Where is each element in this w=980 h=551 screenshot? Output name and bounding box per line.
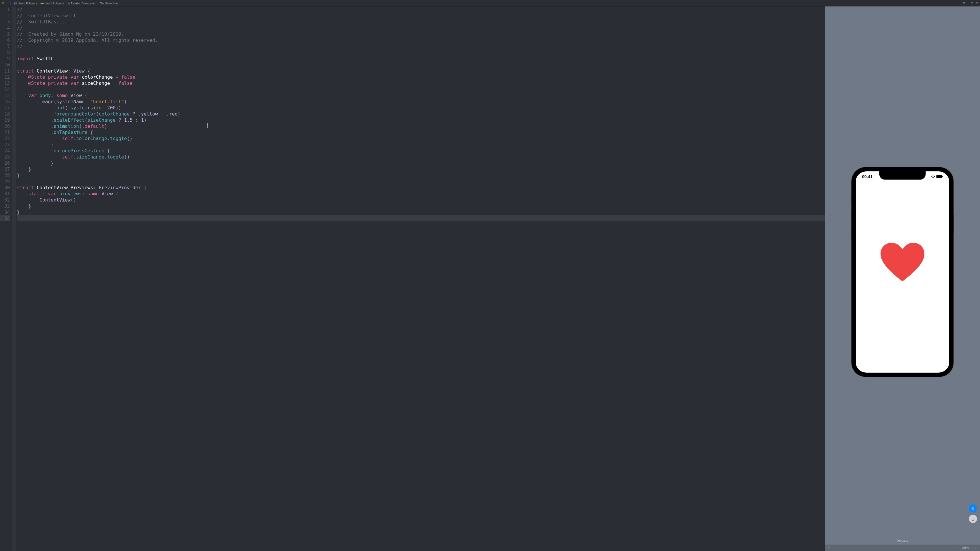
- code-line[interactable]: import SwiftUI: [17, 56, 825, 62]
- code-line[interactable]: [17, 86, 825, 92]
- line-number: 34: [0, 209, 10, 215]
- code-line[interactable]: //: [17, 25, 825, 31]
- line-number: 10: [0, 62, 10, 68]
- heart-icon[interactable]: [881, 242, 924, 290]
- breadcrumb-sep-icon: ›: [97, 2, 99, 5]
- code-line[interactable]: }: [17, 172, 825, 178]
- related-items-icon[interactable]: ⊞: [2, 1, 5, 5]
- line-number: 8: [0, 49, 10, 56]
- phone-power-button: [953, 214, 954, 233]
- breadcrumb-item-selection[interactable]: No Selection: [100, 2, 118, 5]
- phone-volume-down: [851, 226, 851, 239]
- status-time: 09:41: [862, 174, 873, 179]
- code-line[interactable]: }: [17, 160, 825, 166]
- line-number: 31: [0, 191, 10, 197]
- code-line[interactable]: }: [17, 166, 825, 172]
- add-editor-icon[interactable]: ⊞: [975, 1, 978, 5]
- code-line[interactable]: }: [17, 203, 825, 209]
- nav-back-icon[interactable]: ‹: [6, 1, 8, 5]
- line-number: 24: [0, 148, 10, 154]
- code-line[interactable]: ContentView(): [17, 197, 825, 203]
- code-line[interactable]: [17, 178, 825, 184]
- line-number: 16: [0, 98, 10, 105]
- code-line[interactable]: .animation(.default): [17, 123, 825, 129]
- code-line[interactable]: }: [17, 141, 825, 148]
- code-line[interactable]: [17, 49, 825, 56]
- line-number: 11: [0, 68, 10, 74]
- line-number: 17: [0, 105, 10, 111]
- zoom-in-icon[interactable]: +: [975, 545, 977, 550]
- code-editor[interactable]: 1234567891011121314151617181920212223242…: [0, 6, 825, 551]
- code-line[interactable]: // SwiftUIBasics: [17, 19, 825, 25]
- breadcrumb-sep-icon: ›: [65, 2, 67, 5]
- code-line[interactable]: // Copyright © 2019 AppCoda. All rights …: [17, 37, 825, 43]
- line-number: 27: [0, 166, 10, 172]
- line-number: 35: [0, 215, 10, 221]
- code-line[interactable]: Image(systemName: "heart.fill"): [17, 98, 825, 105]
- iphone-frame: 09:41: [851, 167, 953, 377]
- line-number: 12: [0, 74, 10, 80]
- nav-forward-icon[interactable]: ›: [10, 1, 12, 5]
- code-line[interactable]: }: [17, 209, 825, 215]
- code-line[interactable]: .scaleEffect(sizeChange ? 1.5 : 1): [17, 117, 825, 123]
- line-number: 13: [0, 80, 10, 86]
- breadcrumb-label: SwiftUIBasics: [45, 2, 64, 5]
- code-line[interactable]: self.colorChange.toggle(): [17, 135, 825, 141]
- line-number: 26: [0, 160, 10, 166]
- line-number: 3: [0, 19, 10, 25]
- breadcrumb: ▤ SwiftUIBasics › ▬ SwiftUIBasics › ▤ Co…: [14, 2, 118, 5]
- folder-icon: ▬: [41, 2, 44, 5]
- split-editor-icon[interactable]: ◫: [971, 1, 973, 5]
- adjust-editor-icon[interactable]: ≡☰: [963, 1, 968, 5]
- svg-rect-1: [942, 176, 943, 177]
- code-line[interactable]: .foregroundColor(colorChange ? .yellow :…: [17, 111, 825, 117]
- code-line[interactable]: //: [17, 43, 825, 49]
- line-number: 2: [0, 13, 10, 19]
- breadcrumb-item-file[interactable]: ▤ ContentView.swift: [68, 2, 97, 5]
- phone-screen[interactable]: 09:41: [856, 171, 949, 373]
- breadcrumb-label: No Selection: [100, 2, 118, 5]
- code-line[interactable]: // ContentView.swift: [17, 13, 825, 19]
- code-line[interactable]: var body: some View {: [17, 92, 825, 98]
- line-number: 21: [0, 129, 10, 135]
- line-number: 18: [0, 111, 10, 117]
- code-line[interactable]: struct ContentView_Previews: PreviewProv…: [17, 184, 825, 191]
- code-line[interactable]: // Created by Simon Ng on 23/10/2019.: [17, 31, 825, 37]
- phone-volume-up: [851, 210, 851, 222]
- preview-title: Preview: [825, 538, 980, 545]
- preview-device-button[interactable]: ▢: [969, 515, 977, 523]
- line-number: 9: [0, 56, 10, 62]
- code-line[interactable]: .onLongPressGesture {: [17, 148, 825, 154]
- preview-canvas[interactable]: 09:41: [825, 6, 980, 538]
- code-area[interactable]: //// ContentView.swift// SwiftUIBasics//…: [16, 6, 825, 551]
- breadcrumb-item-folder[interactable]: ▬ SwiftUIBasics: [41, 2, 64, 5]
- code-line[interactable]: [17, 215, 825, 221]
- zoom-level[interactable]: — 88%: [958, 546, 969, 549]
- code-line[interactable]: .font(.system(size: 200)): [17, 105, 825, 111]
- status-bar: 09:41: [856, 174, 949, 179]
- code-line[interactable]: static var previews: some View {: [17, 191, 825, 197]
- code-line[interactable]: //: [17, 6, 825, 13]
- line-number: 4: [0, 25, 10, 31]
- line-number: 20: [0, 123, 10, 129]
- pin-icon[interactable]: ⚲: [828, 546, 830, 550]
- code-line[interactable]: .onTapGesture {: [17, 129, 825, 135]
- line-number: 1: [0, 6, 10, 13]
- breadcrumb-label: SwiftUIBasics: [18, 2, 37, 5]
- line-number: 19: [0, 117, 10, 123]
- line-number: 22: [0, 135, 10, 141]
- fold-ribbon[interactable]: [12, 6, 16, 551]
- code-line[interactable]: self.sizeChange.toggle(): [17, 154, 825, 160]
- code-line[interactable]: struct ContentView: View {: [17, 68, 825, 74]
- preview-panel: 09:41: [825, 6, 980, 551]
- breadcrumb-item-project[interactable]: ▤ SwiftUIBasics: [14, 2, 37, 5]
- line-number: 23: [0, 141, 10, 148]
- line-gutter: 1234567891011121314151617181920212223242…: [0, 6, 12, 551]
- top-bar: ⊞ ‹ › ▤ SwiftUIBasics › ▬ SwiftUIBasics …: [0, 0, 980, 6]
- code-line[interactable]: @State private var sizeChange = false: [17, 80, 825, 86]
- svg-rect-0: [936, 175, 942, 178]
- live-preview-button[interactable]: ◎: [969, 504, 977, 512]
- breadcrumb-label: ContentView.swift: [71, 2, 97, 5]
- code-line[interactable]: [17, 62, 825, 68]
- code-line[interactable]: @State private var colorChange = false: [17, 74, 825, 80]
